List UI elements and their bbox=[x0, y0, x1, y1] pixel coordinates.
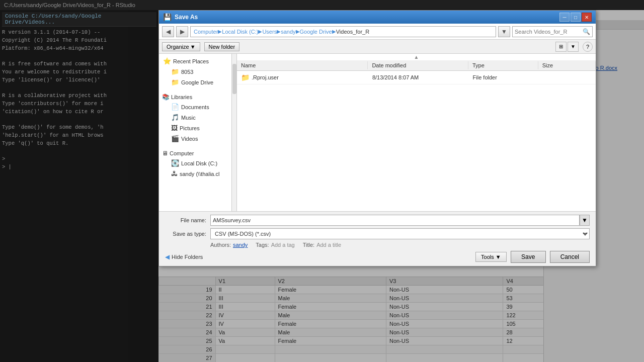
dialog-title: Save As bbox=[175, 14, 198, 21]
dialog-title-icon: 💾 bbox=[163, 13, 172, 21]
dialog-body: ⭐ Recent Places 📁 8053 📁 Google Drive 📚 bbox=[159, 54, 596, 211]
new-folder-button[interactable]: New folder bbox=[204, 42, 240, 51]
nav-item-local-disk[interactable]: 💽 Local Disk (C:) bbox=[159, 158, 231, 168]
documents-icon: 📄 bbox=[171, 103, 179, 111]
view-toggle-button[interactable]: ⊞ bbox=[555, 42, 567, 52]
network-drive-icon: 🖧 bbox=[171, 170, 178, 177]
save-button[interactable]: Save bbox=[511, 251, 546, 263]
file-size bbox=[538, 76, 596, 78]
bottom-actions: ◀ Hide Folders Tools ▼ Save Cancel bbox=[165, 251, 590, 263]
nav-item-8053[interactable]: 📁 8053 bbox=[159, 66, 231, 77]
metadata-row: Authors: sandy Tags: Add a tag Title: Ad… bbox=[165, 242, 590, 248]
action-buttons: Tools ▼ Save Cancel bbox=[475, 251, 590, 263]
organize-label: Organize bbox=[167, 44, 189, 50]
dialog-footer: File name: ▼ Save as type: CSV (MS-DOS) … bbox=[159, 211, 596, 266]
savetype-wrapper: CSV (MS-DOS) (*.csv) ▼ bbox=[210, 228, 590, 239]
tools-button[interactable]: Tools ▼ bbox=[475, 252, 507, 262]
view-options: ⊞ ▼ bbox=[555, 42, 579, 52]
tags-item: Tags: Add a tag bbox=[256, 242, 294, 248]
recent-locations-button[interactable]: ▼ bbox=[498, 26, 510, 37]
nav-scroll-thumb[interactable] bbox=[232, 64, 236, 94]
organize-button[interactable]: Organize ▼ bbox=[162, 42, 200, 51]
file-name: .Rproj.user bbox=[252, 74, 279, 80]
col-type[interactable]: Type bbox=[468, 61, 538, 69]
authors-label: Authors: bbox=[210, 242, 231, 248]
col-size[interactable]: Size bbox=[538, 61, 596, 69]
file-list: ▲ Name Date modified Type Size bbox=[237, 54, 596, 211]
dialog-title-label: Title: bbox=[303, 242, 314, 248]
view-dropdown-button[interactable]: ▼ bbox=[568, 42, 579, 52]
videos-icon: 🎬 bbox=[171, 135, 179, 142]
filename-dropdown[interactable]: ▼ bbox=[580, 215, 590, 226]
nav-item-recent-places[interactable]: ⭐ Recent Places bbox=[159, 56, 231, 66]
savetype-label: Save as type: bbox=[165, 231, 210, 237]
filename-label: File name: bbox=[165, 217, 210, 223]
search-input[interactable] bbox=[515, 29, 583, 35]
nav-item-music[interactable]: 🎵 Music bbox=[159, 112, 231, 123]
libraries-section[interactable]: 📚 Libraries bbox=[159, 92, 231, 102]
maximize-button[interactable]: □ bbox=[571, 13, 581, 22]
tags-label: Tags: bbox=[256, 242, 269, 248]
search-icon[interactable]: 🔍 bbox=[583, 28, 590, 35]
filename-row: File name: ▼ bbox=[165, 215, 590, 226]
organize-chevron: ▼ bbox=[190, 44, 196, 50]
nav-scrollbar[interactable] bbox=[232, 54, 237, 211]
hide-folders-button[interactable]: ◀ Hide Folders bbox=[165, 253, 203, 260]
filename-input[interactable] bbox=[210, 215, 580, 226]
hide-folders-label: Hide Folders bbox=[172, 254, 203, 260]
file-folder-icon: 📁 bbox=[241, 73, 250, 81]
dialog-title-bar: 💾 Save As ─ □ ✕ bbox=[159, 11, 596, 24]
nav-item-documents[interactable]: 📄 Documents bbox=[159, 102, 231, 112]
minimize-button[interactable]: ─ bbox=[559, 13, 570, 22]
nav-tree: ⭐ Recent Places 📁 8053 📁 Google Drive 📚 bbox=[159, 54, 232, 211]
scroll-up-indicator[interactable]: ▲ bbox=[237, 54, 596, 60]
savetype-select[interactable]: CSV (MS-DOS) (*.csv) bbox=[210, 228, 590, 239]
tags-value[interactable]: Add a tag bbox=[271, 242, 295, 248]
col-date[interactable]: Date modified bbox=[368, 61, 468, 69]
close-button[interactable]: ✕ bbox=[582, 13, 592, 22]
nav-item-google-drive[interactable]: 📁 Google Drive bbox=[159, 77, 231, 87]
computer-icon: 🖥 bbox=[162, 150, 168, 157]
recent-places-icon: ⭐ bbox=[163, 57, 171, 65]
nav-item-pictures[interactable]: 🖼 Pictures bbox=[159, 123, 231, 133]
breadcrumb-path[interactable]: Computer ▶ Local Disk (C:) ▶ Users ▶ san… bbox=[190, 26, 496, 37]
search-box[interactable]: 🔍 bbox=[512, 26, 593, 37]
authors-item: Authors: sandy bbox=[210, 242, 248, 248]
title-item: Title: Add a title bbox=[303, 242, 341, 248]
tools-chevron: ▼ bbox=[496, 254, 501, 260]
savetype-row: Save as type: CSV (MS-DOS) (*.csv) ▼ bbox=[165, 228, 590, 239]
col-name[interactable]: Name bbox=[237, 61, 368, 69]
save-as-dialog: 💾 Save As ─ □ ✕ ◀ ▶ Computer ▶ Local Dis… bbox=[158, 10, 596, 266]
folder-8053-icon: 📁 bbox=[171, 68, 179, 75]
toolbar-row: Organize ▼ New folder ⊞ ▼ ? bbox=[159, 40, 596, 54]
file-date: 8/13/2014 8:07 AM bbox=[368, 73, 469, 81]
nav-item-videos[interactable]: 🎬 Videos bbox=[159, 133, 231, 144]
window-controls: ─ □ ✕ bbox=[559, 13, 592, 22]
authors-value[interactable]: sandy bbox=[233, 242, 248, 248]
pictures-icon: 🖼 bbox=[171, 124, 178, 132]
breadcrumb-bar: ◀ ▶ Computer ▶ Local Disk (C:) ▶ Users ▶… bbox=[159, 24, 596, 40]
local-disk-icon: 💽 bbox=[171, 159, 179, 167]
dialog-overlay: 💾 Save As ─ □ ✕ ◀ ▶ Computer ▶ Local Dis… bbox=[0, 0, 644, 362]
music-icon: 🎵 bbox=[171, 114, 179, 121]
help-button[interactable]: ? bbox=[583, 42, 593, 52]
google-drive-icon: 📁 bbox=[171, 78, 179, 86]
back-button[interactable]: ◀ bbox=[162, 26, 174, 37]
nav-item-sandy-network[interactable]: 🖧 sandy (\\thalia.cl bbox=[159, 168, 231, 179]
computer-section[interactable]: 🖥 Computer bbox=[159, 148, 231, 158]
file-list-header: Name Date modified Type Size bbox=[237, 60, 596, 71]
hide-folders-icon: ◀ bbox=[165, 253, 170, 260]
title-value[interactable]: Add a title bbox=[316, 242, 341, 248]
cancel-button[interactable]: Cancel bbox=[550, 251, 590, 263]
file-row-rproj[interactable]: 📁 .Rproj.user 8/13/2014 8:07 AM File fol… bbox=[237, 71, 596, 84]
file-type: File folder bbox=[469, 73, 538, 81]
forward-button[interactable]: ▶ bbox=[176, 26, 188, 37]
libraries-icon: 📚 bbox=[162, 94, 170, 101]
